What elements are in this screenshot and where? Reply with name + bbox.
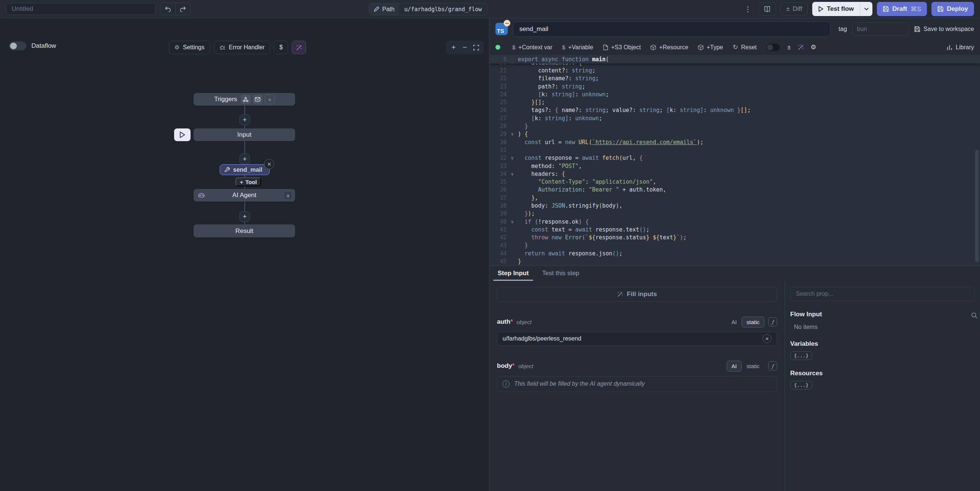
fit-view-button[interactable] <box>470 42 482 53</box>
clear-auth-button[interactable]: ✕ <box>762 334 772 343</box>
settings-button[interactable]: ⚙ Settings <box>169 41 210 54</box>
redo-button[interactable] <box>175 3 190 15</box>
tab-step-input[interactable]: Step Input <box>491 266 535 281</box>
docs-button[interactable] <box>758 2 776 16</box>
webhook-icon <box>243 97 248 102</box>
code-editor[interactable]: 20∨ attachments?: {21 content?: string;2… <box>490 55 980 265</box>
run-input-button[interactable] <box>174 129 191 141</box>
code-line-35[interactable]: 35 "Content-Type": "application/json", <box>490 178 980 186</box>
test-flow-button[interactable]: Test flow <box>812 2 860 16</box>
send-mail-node[interactable]: send_mail <box>220 164 270 175</box>
code-line-33[interactable]: 33 method: "POST", <box>490 162 980 170</box>
expression-mode-icon[interactable]: ƒ <box>768 361 777 370</box>
search-icon[interactable] <box>971 312 978 319</box>
code-line-44[interactable]: 44 return await response.json(); <box>490 249 980 257</box>
tab-test-this-step[interactable]: Test this step <box>535 266 586 281</box>
draft-button[interactable]: Draft ⌘S <box>877 2 927 16</box>
code-line-30[interactable]: 30 const url = new URL(`https://api.rese… <box>490 138 980 146</box>
code-line-37[interactable]: 37 }, <box>490 194 980 202</box>
dollar-icon: $ <box>280 44 283 51</box>
zoom-in-button[interactable]: + <box>448 42 459 53</box>
prop-search-input[interactable] <box>790 287 975 301</box>
editor-toggle[interactable] <box>766 44 780 51</box>
diff-mini-button[interactable]: ± <box>787 44 791 51</box>
expression-mode-icon[interactable]: ƒ <box>768 317 777 326</box>
error-handler-button[interactable]: Error Handler <box>214 41 270 54</box>
code-line-23[interactable]: 23 path?: string; <box>490 83 980 91</box>
toolbar-item--resource[interactable]: +Resource <box>651 44 688 51</box>
auth-value-input[interactable]: u/farhadglbs/peerless_resend ✕ <box>497 332 777 346</box>
insert-step-button[interactable]: + <box>240 114 250 125</box>
library-button[interactable]: Library <box>947 44 974 51</box>
code-line-42[interactable]: 42 throw new Error(`${response.status} $… <box>490 234 980 242</box>
code-line-40[interactable]: 40∨ if (!response.ok) { <box>490 218 980 226</box>
gear-icon: ⚙ <box>175 44 179 51</box>
code-line-38[interactable]: 38 body: JSON.stringify(body), <box>490 202 980 210</box>
object-pill[interactable]: {...} <box>790 351 812 360</box>
editor-toolbar: $+Context var$+Variable+S3 Object+Resour… <box>490 40 980 55</box>
body-static-option[interactable]: static <box>741 361 764 372</box>
code-line-26[interactable]: 26 tags?: { name?: string; value?: strin… <box>490 106 980 114</box>
triggers-node[interactable]: Triggers + <box>194 93 295 106</box>
code-line-27[interactable]: 27 [k: string]: unknown; <box>490 114 980 122</box>
webhook-trigger-button[interactable] <box>241 94 251 104</box>
toolbar-item--variable[interactable]: $+Variable <box>562 44 593 51</box>
result-node[interactable]: Result <box>194 224 295 237</box>
flow-summary-input[interactable] <box>6 3 156 15</box>
auth-field: auth * object AI static ƒ u/farhadglbs/p <box>497 317 777 346</box>
zoom-out-button[interactable]: − <box>459 42 470 53</box>
code-line-28[interactable]: 28 } <box>490 122 980 130</box>
tool-label: Tool <box>245 179 257 185</box>
save-to-workspace-button[interactable]: Save to workspace <box>914 26 974 32</box>
object-pill[interactable]: {...} <box>790 381 812 389</box>
auth-mode-segment: AI static <box>727 317 764 327</box>
more-menu-button[interactable]: ⋮ <box>742 5 754 13</box>
toolbar-item--type[interactable]: +Type <box>698 44 723 51</box>
editor-scrollbar[interactable] <box>975 150 979 262</box>
code-line-25[interactable]: 25 }[]; <box>490 98 980 106</box>
insert-step-button[interactable]: + <box>240 154 250 164</box>
add-tool-button[interactable]: + Tool <box>235 177 261 186</box>
code-line-21[interactable]: 21 content?: string; <box>490 67 980 74</box>
auth-ai-option[interactable]: AI <box>727 317 741 327</box>
undo-button[interactable] <box>160 3 175 15</box>
code-line-24[interactable]: 24 [k: string]: unknown; <box>490 91 980 98</box>
body-ai-option[interactable]: AI <box>727 361 741 372</box>
editor-settings-button[interactable]: ⚙ <box>811 43 816 51</box>
context-var-button[interactable]: $ <box>274 41 288 54</box>
test-flow-dropdown[interactable] <box>860 2 872 16</box>
test-flow-split-button: Test flow <box>812 2 872 16</box>
ai-wand-button[interactable] <box>798 44 804 51</box>
add-trigger-button[interactable]: + <box>265 94 275 104</box>
flow-canvas[interactable]: Dataflow ⚙ Settings Error Handler $ + − <box>0 18 490 491</box>
dataflow-toggle[interactable] <box>9 41 26 51</box>
code-line-34[interactable]: 34∨ headers: { <box>490 170 980 178</box>
ai-agent-node[interactable]: AI Agent a <box>194 189 295 202</box>
diff-button[interactable]: ± Diff <box>781 2 808 16</box>
insert-step-button[interactable]: + <box>240 211 250 222</box>
code-line-41[interactable]: 41 const text = await response.text(); <box>490 226 980 234</box>
tag-input[interactable] <box>852 22 909 36</box>
toolbar-item--s3-object[interactable]: +S3 Object <box>603 44 641 51</box>
step-header: TS tag Save to workspace <box>490 18 980 40</box>
code-line-43[interactable]: 43 } <box>490 242 980 249</box>
code-line-32[interactable]: 32∨ const response = await fetch(url, { <box>490 154 980 162</box>
code-line-45[interactable]: 45} <box>490 257 980 265</box>
code-line-22[interactable]: 22 filename?: string; <box>490 75 980 83</box>
email-trigger-button[interactable] <box>253 94 262 104</box>
input-node[interactable]: Input <box>194 129 295 141</box>
code-line-39[interactable]: 39 }); <box>490 210 980 218</box>
remove-tool-button[interactable]: ✕ <box>264 159 274 169</box>
toolbar-item-reset[interactable]: ↻Reset <box>733 43 757 51</box>
code-line-31[interactable]: 31 <box>490 146 980 154</box>
save-to-workspace-label: Save to workspace <box>924 26 974 32</box>
code-line-36[interactable]: 36 Authorization: "Bearer " + auth.token… <box>490 186 980 194</box>
fill-inputs-button[interactable]: Fill inputs <box>497 287 777 302</box>
code-line-29[interactable]: 29∨) { <box>490 130 980 138</box>
auth-static-option[interactable]: static <box>741 317 764 327</box>
step-name-input[interactable] <box>513 22 830 37</box>
path-chip[interactable]: Path u/farhadglbs/grand_flow <box>369 3 488 15</box>
toolbar-item--context-var[interactable]: $+Context var <box>512 44 552 51</box>
deploy-button[interactable]: Deploy <box>931 2 974 16</box>
ai-wand-button[interactable] <box>292 41 306 54</box>
